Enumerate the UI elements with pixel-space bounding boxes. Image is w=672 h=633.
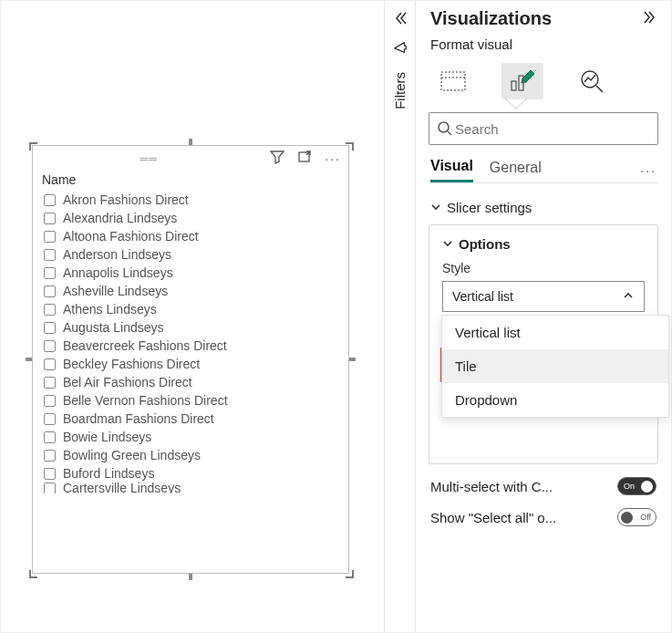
toggle-off-text: Off [640,513,651,522]
slicer-item-label: Augusta Lindseys [63,320,164,335]
slicer-item[interactable]: Akron Fashions Direct [44,191,343,209]
slicer-visual[interactable]: ══ ··· Name Akron Fashions DirectAlexand… [32,145,349,574]
slicer-item[interactable]: Asheville Lindseys [44,282,343,300]
tab-general[interactable]: General [490,160,542,182]
svg-line-8 [448,131,451,135]
options-card: Options Style Vertical list Vertical lis… [429,224,658,464]
expand-filters-icon[interactable] [392,10,408,26]
slicer-item-label: Belle Vernon Fashions Direct [63,393,228,408]
options-header[interactable]: Options [442,236,645,252]
checkbox[interactable] [44,450,56,462]
slicer-item[interactable]: Beavercreek Fashions Direct [44,337,343,355]
checkbox[interactable] [44,431,56,443]
slicer-item[interactable]: Beckley Fashions Direct [44,355,343,373]
more-options-icon[interactable]: ··· [325,151,341,166]
checkbox[interactable] [44,468,56,480]
multi-select-label: Multi-select with C... [430,479,553,494]
checkbox[interactable] [44,249,56,261]
checkbox[interactable] [44,285,56,297]
svg-point-7 [439,122,449,132]
style-dropdown-list: Vertical listTileDropdown [441,315,669,418]
slicer-item-label: Bowie Lindseys [63,430,151,444]
report-canvas[interactable]: ══ ··· Name Akron Fashions DirectAlexand… [1,1,385,632]
search-icon [437,120,453,137]
filters-label[interactable]: Filters [392,72,408,109]
slicer-item[interactable]: Altoona Fashions Direct [44,227,343,245]
slicer-item-label: Akron Fashions Direct [63,192,189,207]
chevron-up-icon [622,289,635,305]
slicer-item-label: Boardman Fashions Direct [63,411,214,426]
svg-rect-1 [441,72,465,90]
options-label: Options [459,236,511,252]
slicer-item-label: Beavercreek Fashions Direct [63,338,227,353]
slicer-item[interactable]: Augusta Lindseys [44,318,343,337]
slicer-item[interactable]: Anderson Lindseys [44,245,343,264]
style-label: Style [442,261,645,275]
slicer-item-label: Anderson Lindseys [63,247,171,262]
select-all-label: Show "Select all" o... [430,510,556,525]
drag-grip-icon[interactable]: ══ [140,152,158,165]
slicer-item-label: Asheville Lindseys [63,284,168,298]
slicer-item[interactable]: Buford Lindseys [44,464,343,483]
checkbox[interactable] [44,413,56,425]
checkbox[interactable] [44,194,56,206]
checkbox[interactable] [44,483,56,493]
select-all-toggle[interactable]: Off [617,508,656,526]
slicer-item[interactable]: Cartersville Lindseys [44,483,343,493]
slicer-item-label: Bel Air Fashions Direct [63,375,192,389]
style-selected-value: Vertical list [452,289,513,304]
checkbox[interactable] [44,304,56,316]
style-option[interactable]: Tile [442,349,668,383]
style-dropdown[interactable]: Vertical list [442,281,645,312]
slicer-item[interactable]: Bel Air Fashions Direct [44,373,343,391]
collapse-panel-icon[interactable] [642,9,658,28]
format-visual-tab-icon[interactable] [501,63,543,99]
slicer-item-label: Cartersville Lindseys [63,483,181,493]
build-visual-tab-icon[interactable] [432,63,474,99]
visualizations-panel: Visualizations Format visual Visual Ge [416,1,671,632]
slicer-settings-label: Slicer settings [447,200,532,215]
slicer-item[interactable]: Belle Vernon Fashions Direct [44,391,343,410]
slicer-item-label: Beckley Fashions Direct [63,357,200,371]
filters-pane-icon[interactable] [392,39,408,56]
panel-title: Visualizations [430,8,552,29]
slicer-item-label: Bowling Green Lindseys [63,448,201,462]
slicer-selection-frame[interactable]: ══ ··· Name Akron Fashions DirectAlexand… [32,145,349,574]
slicer-item-label: Annapolis Lindseys [63,265,173,280]
filter-icon[interactable] [270,150,284,167]
slicer-item[interactable]: Bowie Lindseys [44,428,343,446]
chevron-down-icon [442,236,453,252]
analytics-tab-icon[interactable] [571,63,613,99]
slicer-settings-header[interactable]: Slicer settings [430,200,656,215]
slicer-field-title: Name [33,171,348,191]
focus-mode-icon[interactable] [297,150,312,167]
checkbox[interactable] [44,213,56,224]
checkbox[interactable] [44,267,56,279]
checkbox[interactable] [44,231,56,243]
style-option[interactable]: Vertical list [442,316,668,349]
panel-subtitle: Format visual [416,35,671,57]
slicer-item[interactable]: Athens Lindseys [44,300,343,318]
slicer-item-label: Athens Lindseys [63,302,157,316]
checkbox[interactable] [44,377,56,389]
checkbox[interactable] [44,322,56,334]
slicer-item-label: Altoona Fashions Direct [63,229,199,244]
toggle-on-text: On [624,482,635,491]
checkbox[interactable] [44,395,56,407]
tab-visual[interactable]: Visual [430,158,473,182]
svg-rect-3 [512,81,516,90]
slicer-item[interactable]: Boardman Fashions Direct [44,410,343,428]
tabs-more-icon[interactable]: ··· [640,163,656,178]
style-option[interactable]: Dropdown [442,383,668,417]
slicer-item[interactable]: Annapolis Lindseys [44,264,343,282]
format-search[interactable] [429,112,658,145]
checkbox[interactable] [44,358,56,370]
checkbox[interactable] [44,340,56,352]
slicer-item-label: Buford Lindseys [63,466,154,481]
slicer-item[interactable]: Alexandria Lindseys [44,209,343,227]
slicer-list[interactable]: Akron Fashions DirectAlexandria Lindseys… [33,191,348,573]
multi-select-toggle[interactable]: On [617,477,656,495]
search-input[interactable] [453,120,650,138]
filters-spine: Filters [385,1,416,632]
slicer-item[interactable]: Bowling Green Lindseys [44,446,343,464]
